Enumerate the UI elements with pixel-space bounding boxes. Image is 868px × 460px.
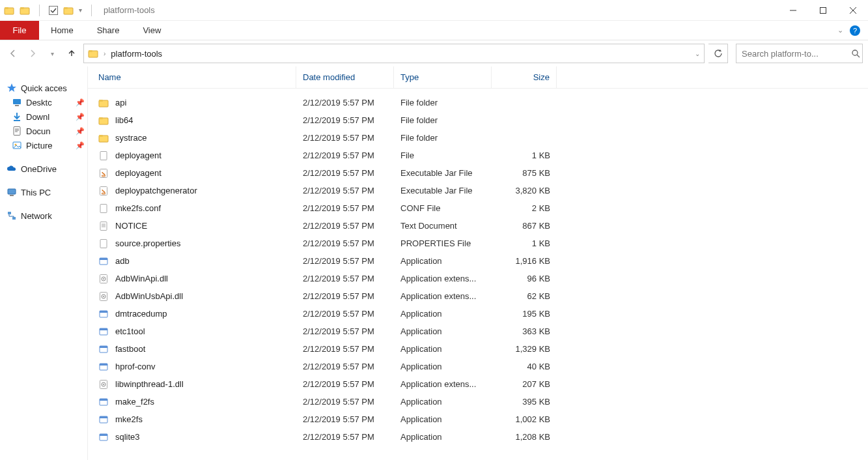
exe-icon bbox=[98, 397, 109, 407]
tab-view[interactable]: View bbox=[131, 21, 173, 40]
file-name: fastboot bbox=[115, 344, 145, 354]
file-date: 2/12/2019 5:57 PM bbox=[296, 133, 394, 143]
file-size: 1,002 KB bbox=[492, 414, 557, 424]
file-size: 1,329 KB bbox=[492, 344, 557, 354]
file-row[interactable]: mke2fs.conf2/12/2019 5:57 PMCONF File2 K… bbox=[88, 199, 868, 217]
file-row[interactable]: hprof-conv2/12/2019 5:57 PMApplication40… bbox=[88, 358, 868, 375]
file-date: 2/12/2019 5:57 PM bbox=[296, 274, 394, 283]
file-row[interactable]: source.properties2/12/2019 5:57 PMPROPER… bbox=[88, 235, 868, 252]
file-type: Application bbox=[394, 397, 492, 407]
sidebar-pinned-item[interactable]: Desktc📌 bbox=[0, 95, 87, 109]
svg-rect-35 bbox=[100, 151, 107, 160]
network-icon bbox=[7, 210, 17, 221]
address-bar[interactable]: › platform-tools ⌄ bbox=[83, 44, 705, 63]
chevron-down-icon[interactable]: ⌄ bbox=[695, 50, 700, 57]
file-size: 867 KB bbox=[492, 221, 557, 231]
dll-icon bbox=[98, 291, 109, 302]
maximize-button[interactable] bbox=[808, 0, 838, 21]
window-title: platform-tools bbox=[104, 5, 155, 15]
file-row[interactable]: sqlite32/12/2019 5:57 PMApplication1,208… bbox=[88, 428, 868, 446]
svg-line-14 bbox=[857, 55, 860, 57]
sidebar-item-label: Picture bbox=[26, 141, 52, 151]
tab-home[interactable]: Home bbox=[39, 21, 85, 40]
exe-icon bbox=[98, 414, 109, 425]
column-size[interactable]: Size bbox=[492, 66, 557, 88]
file-row[interactable]: lib642/12/2019 5:57 PMFile folder bbox=[88, 111, 868, 129]
sidebar-this-pc[interactable]: This PC bbox=[0, 185, 87, 199]
nav-up-button[interactable] bbox=[64, 46, 79, 61]
sidebar-pinned-item[interactable]: Downl📌 bbox=[0, 109, 87, 124]
nav-forward-button[interactable] bbox=[25, 46, 40, 61]
svg-rect-61 bbox=[100, 364, 107, 366]
file-size: 875 KB bbox=[492, 168, 557, 178]
file-row[interactable]: libwinpthread-1.dll2/12/2019 5:57 PMAppl… bbox=[88, 375, 868, 393]
close-button[interactable] bbox=[838, 0, 868, 21]
sidebar-quick-access[interactable]: Quick acces bbox=[0, 81, 87, 95]
file-row[interactable]: deploypatchgenerator2/12/2019 5:57 PMExe… bbox=[88, 182, 868, 199]
file-row[interactable]: AdbWinApi.dll2/12/2019 5:57 PMApplicatio… bbox=[88, 270, 868, 287]
nav-recent-button[interactable]: ▾ bbox=[44, 46, 60, 61]
svg-rect-19 bbox=[14, 127, 20, 136]
file-name: hprof-conv bbox=[115, 362, 155, 371]
minimize-button[interactable] bbox=[778, 0, 808, 21]
column-headers: Name Date modified Type Size bbox=[88, 66, 868, 89]
pc-icon bbox=[7, 187, 17, 197]
sidebar-onedrive[interactable]: OneDrive bbox=[0, 162, 87, 176]
file-tab[interactable]: File bbox=[0, 21, 39, 40]
file-row[interactable]: etc1tool2/12/2019 5:57 PMApplication363 … bbox=[88, 323, 868, 340]
sidebar-pinned-item[interactable]: Docun📌 bbox=[0, 124, 87, 138]
help-icon[interactable]: ? bbox=[850, 25, 860, 36]
file-row[interactable]: deployagent2/12/2019 5:57 PMExecutable J… bbox=[88, 164, 868, 182]
svg-rect-34 bbox=[99, 135, 103, 137]
column-type[interactable]: Type bbox=[394, 66, 492, 88]
file-row[interactable]: make_f2fs2/12/2019 5:57 PMApplication395… bbox=[88, 393, 868, 410]
chevron-right-icon[interactable]: › bbox=[104, 50, 105, 57]
file-type: Application extens... bbox=[394, 274, 492, 283]
file-type: PROPERTIES File bbox=[394, 238, 492, 248]
search-input[interactable] bbox=[742, 49, 851, 59]
file-name: deploypatchgenerator bbox=[115, 186, 197, 195]
desktop-icon bbox=[12, 97, 22, 108]
folder-icon bbox=[98, 115, 109, 126]
svg-rect-6 bbox=[64, 7, 68, 9]
file-date: 2/12/2019 5:57 PM bbox=[296, 397, 394, 407]
search-box[interactable] bbox=[736, 44, 863, 63]
file-row[interactable]: fastboot2/12/2019 5:57 PMApplication1,32… bbox=[88, 340, 868, 358]
tab-share[interactable]: Share bbox=[85, 21, 132, 40]
column-name[interactable]: Name bbox=[88, 66, 296, 88]
file-date: 2/12/2019 5:57 PM bbox=[296, 309, 394, 319]
folder-icon bbox=[20, 5, 30, 16]
sidebar-network[interactable]: Network bbox=[0, 208, 87, 223]
sidebar-pinned-item[interactable]: Picture📌 bbox=[0, 138, 87, 152]
file-name: mke2fs.conf bbox=[115, 203, 161, 213]
exe-icon bbox=[98, 326, 109, 337]
file-name: libwinpthread-1.dll bbox=[115, 379, 184, 389]
file-row[interactable]: deployagent2/12/2019 5:57 PMFile1 KB bbox=[88, 147, 868, 164]
checkbox-icon[interactable] bbox=[49, 6, 58, 15]
file-row[interactable]: dmtracedump2/12/2019 5:57 PMApplication1… bbox=[88, 305, 868, 323]
qat-dropdown-icon[interactable]: ▾ bbox=[79, 7, 82, 14]
file-type: File folder bbox=[394, 133, 492, 143]
file-row[interactable]: AdbWinUsbApi.dll2/12/2019 5:57 PMApplica… bbox=[88, 287, 868, 305]
pin-icon: 📌 bbox=[76, 113, 85, 121]
nav-back-button[interactable] bbox=[5, 46, 21, 61]
file-row[interactable]: mke2fs2/12/2019 5:57 PMApplication1,002 … bbox=[88, 410, 868, 428]
search-icon[interactable] bbox=[851, 49, 860, 58]
file-name: sqlite3 bbox=[115, 432, 140, 442]
ribbon: File Home Share View ⌄ ? bbox=[0, 21, 868, 40]
file-row[interactable]: systrace2/12/2019 5:57 PMFile folder bbox=[88, 129, 868, 147]
file-row[interactable]: NOTICE2/12/2019 5:57 PMText Document867 … bbox=[88, 217, 868, 235]
file-type: Application bbox=[394, 414, 492, 424]
file-row[interactable]: adb2/12/2019 5:57 PMApplication1,916 KB bbox=[88, 252, 868, 270]
breadcrumb[interactable]: platform-tools bbox=[111, 49, 162, 59]
file-row[interactable]: api2/12/2019 5:57 PMFile folder bbox=[88, 94, 868, 111]
column-date[interactable]: Date modified bbox=[296, 66, 394, 88]
refresh-button[interactable] bbox=[708, 44, 728, 63]
file-date: 2/12/2019 5:57 PM bbox=[296, 151, 394, 160]
file-date: 2/12/2019 5:57 PM bbox=[296, 203, 394, 213]
ribbon-expand-icon[interactable]: ⌄ bbox=[837, 26, 843, 35]
file-date: 2/12/2019 5:57 PM bbox=[296, 344, 394, 354]
svg-rect-12 bbox=[89, 50, 92, 52]
picture-icon bbox=[12, 140, 22, 151]
file-size: 40 KB bbox=[492, 362, 557, 371]
